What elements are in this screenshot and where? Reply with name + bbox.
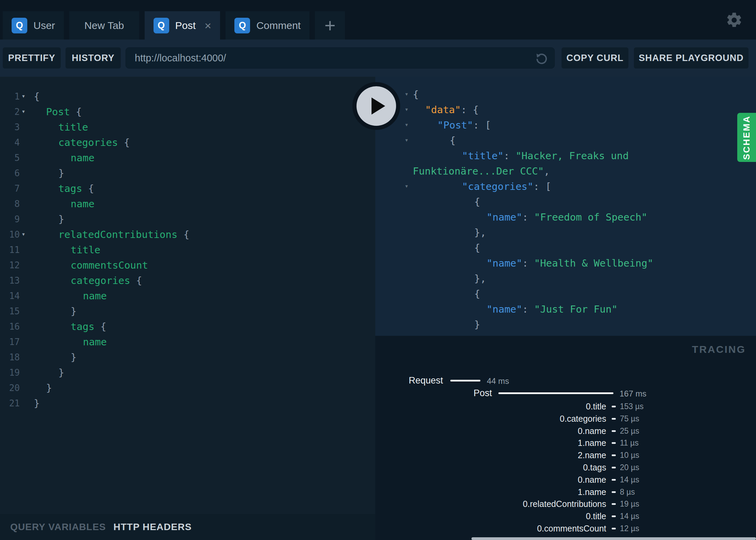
response-line-content: { [474,240,480,256]
token: categories [71,275,136,286]
play-icon [372,97,385,115]
collapse-arrow-icon[interactable]: ▾ [405,117,408,132]
tracing-dash [612,491,616,493]
token: : [ [534,181,551,192]
editor-line: 12commentsCount [0,258,375,273]
tracing-dash [612,418,616,420]
tracing-request-value: 44 ms [487,376,509,386]
response-line-content: ] [462,332,468,336]
tab-label: Comment [256,20,301,31]
token: { [450,135,455,146]
response-line: ▾{ [375,133,756,148]
schema-tab-label: SCHEMA [741,115,752,160]
token: } [58,213,64,225]
response-line-content: "title": "Hacker, Freaks und [462,148,629,164]
token: "Health & Wellbeing" [534,257,653,269]
close-tab-icon[interactable]: × [205,20,212,31]
tracing-field-label: 0.tags [375,462,606,473]
editor-line: 10▾relatedContributions { [0,227,375,242]
editor-line-content: } [58,166,64,181]
token: }, [474,227,486,238]
reload-schema-icon[interactable] [535,51,549,65]
editor-line: 19} [0,365,375,380]
editor-line: 7tags { [0,181,375,196]
fold-arrow-icon[interactable]: ▾ [21,104,25,119]
token: "name" [486,211,522,223]
collapse-arrow-icon[interactable]: ▾ [405,132,408,148]
tracing-row: 2.name10 µs [375,450,756,461]
response-line-content: { [474,286,480,302]
token: relatedContributions [58,229,184,240]
settings-gear-icon[interactable] [725,11,743,29]
collapse-arrow-icon[interactable]: ▾ [405,178,408,194]
tab-post[interactable]: QPost× [145,11,220,40]
tracing-horizontal-scrollbar[interactable] [471,537,756,540]
editor-line: 6} [0,166,375,181]
editor-line: 9} [0,212,375,227]
token: "name" [486,303,522,315]
editor-line: 11title [0,242,375,258]
tracing-dash [612,442,616,444]
tab-comment[interactable]: QComment [226,11,309,40]
response-line: ] [375,332,756,336]
fold-arrow-icon[interactable]: ▾ [21,88,25,104]
line-number: 3 [0,120,20,135]
response-line: { [375,286,756,302]
token: { [474,196,480,208]
tab-user[interactable]: QUser [3,11,64,40]
tracing-dash [612,467,616,468]
line-number: 11 [0,242,20,258]
tracing-field-label: 0.title [375,401,606,412]
tab-new-tab[interactable]: New Tab [69,11,139,40]
history-button[interactable]: HISTORY [66,47,121,69]
tracing-row: 0.categories75 µs [375,413,756,424]
editor-line-content: } [58,365,64,380]
add-tab-button[interactable]: + [315,11,345,40]
copy-curl-button[interactable]: COPY CURL [562,47,628,69]
response-line-content: "name": "Freedom of Speech" [486,210,647,225]
token: }, [474,273,486,284]
editor-line-content: } [71,350,76,365]
response-line: { [375,194,756,210]
tracing-row: 0.name25 µs [375,425,756,436]
query-badge: Q [154,18,169,33]
line-number: 5 [0,150,20,166]
editor-line: 21} [0,396,375,411]
token: name [71,198,94,210]
response-line: ▾{ [375,87,756,102]
editor-line: 16tags { [0,319,375,334]
fold-arrow-icon[interactable]: ▾ [21,226,25,242]
share-playground-button[interactable]: SHARE PLAYGROUND [634,47,748,69]
response-line: ▾"data": { [375,102,756,118]
endpoint-url-input[interactable]: http://localhost:4000/ [126,47,555,69]
line-number: 6 [0,166,20,181]
token: { [413,89,419,100]
token: { [88,183,94,194]
prettify-button[interactable]: PRETTIFY [3,47,61,69]
schema-sidebar-tab[interactable]: SCHEMA [737,113,756,162]
http-headers-tab[interactable]: HTTP HEADERS [114,522,192,532]
toolbar: PRETTIFY HISTORY http://localhost:4000/ … [0,40,756,77]
token: commentsCount [71,259,148,271]
line-number: 16 [0,319,20,334]
line-number: 10 [0,227,20,242]
tracing-field-label: 1.name [375,437,606,448]
collapse-arrow-icon[interactable]: ▾ [405,102,408,117]
tracing-row: 1.name8 µs [375,486,756,497]
editor-line: 17name [0,334,375,350]
tracing-dash [612,528,616,529]
editor-line: 5name [0,150,375,166]
tab-label: User [33,20,55,31]
response-line: "name": "Freedom of Speech" [375,210,756,225]
execute-button[interactable] [352,82,400,130]
editor-line: 14name [0,288,375,304]
tracing-field-value: 12 µs [620,523,639,534]
editor-line-content: tags { [58,181,94,196]
query-variables-tab[interactable]: QUERY VARIABLES [10,522,106,532]
collapse-arrow-icon[interactable]: ▾ [405,86,408,102]
token: : [522,303,534,315]
tracing-field-label: 0.title [375,511,606,522]
line-number: 9 [0,212,20,227]
token: { [34,91,40,102]
query-editor[interactable]: 1▾{2▾Post {3title4categories {5name6}7ta… [0,77,375,514]
